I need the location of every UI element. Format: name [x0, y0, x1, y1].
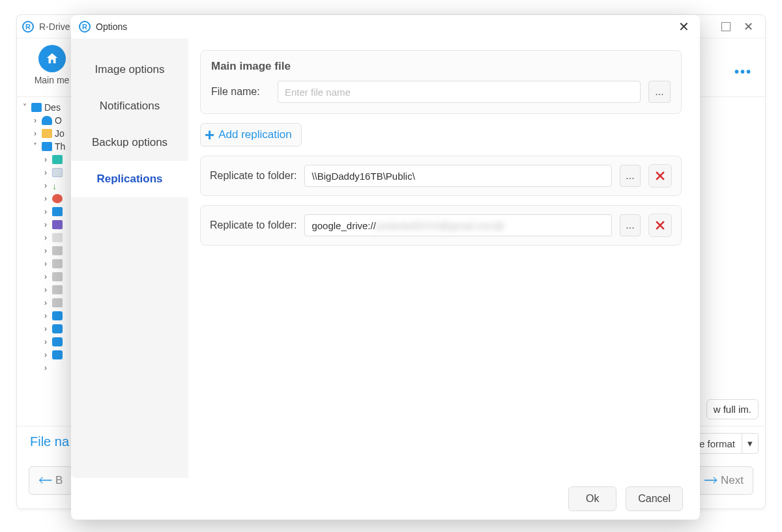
- next-button[interactable]: 🡒 Next: [694, 466, 753, 495]
- delete-x-icon: [654, 169, 667, 182]
- replication-row: Replicate to folder: google_drive:// jor…: [200, 205, 682, 245]
- cancel-button[interactable]: Cancel: [626, 486, 683, 511]
- dialog-title: Options: [96, 21, 127, 32]
- sidebar-item-replications[interactable]: Replications: [71, 161, 188, 197]
- browse-button[interactable]: ...: [620, 165, 641, 187]
- replicate-folder-input[interactable]: \\BigDaddy16TB\Public\: [304, 165, 612, 187]
- app-logo-icon: R: [79, 21, 91, 33]
- delete-x-icon: [654, 219, 667, 232]
- file-name-label: File na: [30, 434, 69, 449]
- maximize-icon[interactable]: [721, 22, 731, 31]
- delete-replication-button[interactable]: [648, 214, 672, 237]
- file-format-dropdown[interactable]: e format ▾: [692, 433, 759, 454]
- plus-icon: +: [205, 126, 214, 143]
- options-sidebar: Image options Notifications Backup optio…: [71, 38, 188, 478]
- dialog-titlebar: R Options ✕: [71, 15, 700, 38]
- parent-title: R-Drive: [39, 21, 70, 32]
- main-image-group: Main image file File name: ...: [200, 50, 682, 114]
- next-label: Next: [721, 474, 744, 487]
- app-logo-icon: R: [22, 21, 34, 33]
- add-replication-button[interactable]: + Add replication: [200, 123, 302, 147]
- tree-item-label[interactable]: Th: [55, 141, 65, 152]
- home-icon[interactable]: [38, 45, 66, 72]
- replicate-folder-input[interactable]: google_drive:// jordanbell2019@gmail.com…: [304, 214, 612, 236]
- dialog-footer: Ok Cancel: [71, 478, 700, 520]
- filename-label: File name:: [211, 86, 270, 98]
- replicate-label: Replicate to folder:: [210, 170, 297, 182]
- tree-item-label[interactable]: Des: [44, 102, 61, 113]
- ok-button[interactable]: Ok: [568, 486, 616, 511]
- back-label: B: [55, 474, 63, 487]
- browse-button[interactable]: ...: [648, 81, 671, 103]
- filename-input[interactable]: [278, 81, 641, 103]
- sidebar-item-notifications[interactable]: Notifications: [71, 88, 188, 124]
- replicate-label: Replicate to folder:: [210, 219, 297, 231]
- arrow-left-icon: 🡐: [38, 472, 53, 489]
- sidebar-item-backup-options[interactable]: Backup options: [71, 124, 188, 161]
- options-content: Main image file File name: ... + Add rep…: [188, 38, 700, 478]
- arrow-right-icon: 🡒: [704, 472, 718, 489]
- home-label: Main me: [27, 75, 76, 85]
- redacted-text: jordanbell2019@gmail.com@: [376, 220, 504, 231]
- file-format-label: e format: [693, 434, 742, 453]
- main-image-title: Main image file: [211, 60, 671, 73]
- add-replication-label: Add replication: [218, 128, 291, 141]
- chevron-down-icon[interactable]: ▾: [742, 434, 758, 453]
- more-icon[interactable]: •••: [734, 64, 752, 79]
- options-dialog: R Options ✕ Image options Notifications …: [71, 15, 700, 520]
- tree-item-label[interactable]: Jo: [55, 128, 65, 139]
- back-button[interactable]: 🡐 B: [29, 466, 72, 495]
- view-full-image-button[interactable]: w full im.: [706, 399, 759, 419]
- delete-replication-button[interactable]: [648, 164, 672, 188]
- replication-row: Replicate to folder: \\BigDaddy16TB\Publ…: [200, 156, 682, 196]
- close-icon[interactable]: ✕: [744, 20, 753, 34]
- browse-button[interactable]: ...: [620, 214, 641, 236]
- sidebar-item-image-options[interactable]: Image options: [71, 51, 188, 88]
- tree-item-label[interactable]: O: [55, 115, 62, 126]
- close-icon[interactable]: ✕: [676, 19, 692, 35]
